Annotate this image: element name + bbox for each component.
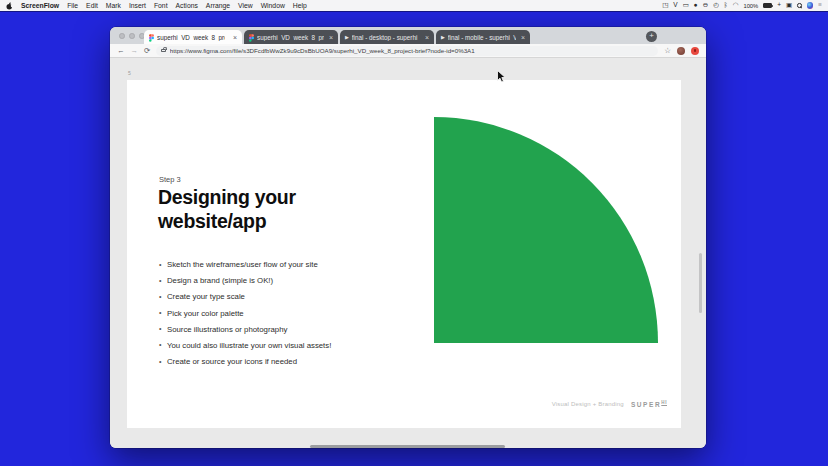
reload-button[interactable]: ⟳ xyxy=(144,47,150,55)
play-icon: ▶ xyxy=(441,34,445,40)
menu-bar: ScreenFlow File Edit Mark Insert Font Ac… xyxy=(0,0,828,11)
profile-avatar[interactable] xyxy=(677,47,685,55)
window-controls xyxy=(119,33,145,39)
battery-icon[interactable] xyxy=(763,3,772,8)
siri-icon[interactable] xyxy=(807,2,814,9)
menu-insert[interactable]: Insert xyxy=(129,2,146,9)
browser-window: superhi_VD_week_8_project-... × superhi xyxy=(110,27,706,448)
battery-percentage: 100% xyxy=(743,3,758,9)
menu-arrange[interactable]: Arrange xyxy=(206,2,230,9)
vpn-icon[interactable]: V xyxy=(673,2,677,9)
menu-actions[interactable]: Actions xyxy=(176,2,198,9)
mouse-cursor xyxy=(497,69,506,87)
bullet-item: Design a brand (simple is OK!) xyxy=(159,276,331,292)
bookmark-star-icon[interactable]: ☆ xyxy=(664,46,671,55)
minimize-window-button[interactable] xyxy=(129,33,135,39)
footer-course-label: Visual Design + Branding xyxy=(552,401,624,407)
tab-final-desktop[interactable]: ▶ final - desktop - superhi_VI... × xyxy=(340,30,434,44)
tab-title: superhi_VD_week_8_project-... xyxy=(157,34,225,41)
lock-icon xyxy=(161,49,166,53)
menu-help[interactable]: Help xyxy=(293,2,307,9)
close-tab-icon[interactable]: × xyxy=(423,34,429,41)
bullet-list: Sketch the wireframes/user flow of your … xyxy=(159,260,331,373)
frame-label[interactable]: 5 xyxy=(128,70,131,76)
menu-mark[interactable]: Mark xyxy=(106,2,121,9)
forward-button[interactable]: → xyxy=(131,47,139,55)
close-window-button[interactable] xyxy=(119,33,125,39)
clock-icon[interactable]: ◴ xyxy=(713,2,719,9)
close-tab-icon[interactable]: × xyxy=(327,34,333,41)
tab-project-v2[interactable]: superhi_VD_week_8_project_v... × xyxy=(244,30,338,44)
tab-project-brief[interactable]: superhi_VD_week_8_project-... × xyxy=(144,30,242,44)
dot-status-icon[interactable]: ● xyxy=(694,2,698,9)
play-icon: ▶ xyxy=(345,34,349,40)
display-capture-icon[interactable]: ◳ xyxy=(662,2,668,9)
record-extension-icon[interactable] xyxy=(691,47,699,55)
menu-file[interactable]: File xyxy=(67,2,78,9)
desktop: ScreenFlow File Edit Mark Insert Font Ac… xyxy=(0,0,828,466)
quarter-circle-shape xyxy=(434,117,658,343)
vertical-scrollbar[interactable] xyxy=(699,253,702,313)
tab-title: superhi_VD_week_8_project_v... xyxy=(257,34,324,41)
slide-footer: Visual Design + Branding SUPERHI xyxy=(127,400,667,408)
close-tab-icon[interactable]: × xyxy=(231,34,237,41)
slide-title-line2: website/app xyxy=(158,210,296,234)
wifi-icon[interactable]: ◠ xyxy=(733,2,739,9)
menu-window[interactable]: Window xyxy=(261,2,285,9)
do-not-disturb-icon[interactable]: ⊖ xyxy=(703,2,708,9)
bullet-item: You could also illustrate your own visua… xyxy=(159,341,331,357)
address-bar[interactable]: https://www.figma.com/file/s3DFcdfbWwZk9… xyxy=(156,46,658,56)
figma-icon xyxy=(249,30,254,44)
url-text: https://www.figma.com/file/s3DFcdfbWwZk9… xyxy=(170,47,475,54)
airplay-icon[interactable]: ▣ xyxy=(786,2,792,9)
slide-frame: Step 3 Designing your website/app Sketch… xyxy=(127,80,681,428)
bullet-item: Sketch the wireframes/user flow of your … xyxy=(159,260,331,276)
tab-title: final - desktop - superhi_VI... xyxy=(352,34,420,41)
bullet-item: Create your type scale xyxy=(159,292,331,308)
menu-edit[interactable]: Edit xyxy=(86,2,98,9)
slide-title-line1: Designing your xyxy=(158,186,296,210)
spotlight-search-icon[interactable] xyxy=(797,3,802,8)
superhi-logo: SUPERHI xyxy=(631,400,667,408)
back-button[interactable]: ← xyxy=(117,47,125,55)
tab-strip: superhi_VD_week_8_project-... × superhi xyxy=(110,27,706,44)
plus-icon[interactable]: + xyxy=(777,2,781,9)
figma-canvas[interactable]: 5 Step 3 Designing your website/app Sket… xyxy=(110,59,706,448)
bluetooth-icon[interactable]: ᛒ xyxy=(724,2,728,9)
tab-final-mobile[interactable]: ▶ final - mobile - superhi_VD... × xyxy=(436,30,530,44)
slide-title: Designing your website/app xyxy=(158,186,296,233)
close-tab-icon[interactable]: × xyxy=(519,34,525,41)
tab-title: final - mobile - superhi_VD... xyxy=(448,34,516,41)
display-icon[interactable]: ▭ xyxy=(683,2,689,9)
apple-icon[interactable] xyxy=(6,2,13,10)
new-tab-button[interactable]: + xyxy=(646,31,657,42)
menu-view[interactable]: View xyxy=(238,2,253,9)
tabs: superhi_VD_week_8_project-... × superhi xyxy=(144,30,530,44)
horizontal-scrollbar[interactable] xyxy=(310,445,505,448)
bullet-item: Source illustrations or photography xyxy=(159,325,331,341)
menu-app-name[interactable]: ScreenFlow xyxy=(21,2,59,9)
figma-icon xyxy=(149,30,154,44)
bullet-item: Create or source your icons if needed xyxy=(159,357,331,373)
step-label: Step 3 xyxy=(159,175,181,184)
switcher-icon[interactable]: ≡ xyxy=(818,2,822,9)
bullet-item: Pick your color palette xyxy=(159,309,331,325)
toolbar: ← → ⟳ https://www.figma.com/file/s3DFcdf… xyxy=(110,44,706,58)
menu-font[interactable]: Font xyxy=(154,2,168,9)
